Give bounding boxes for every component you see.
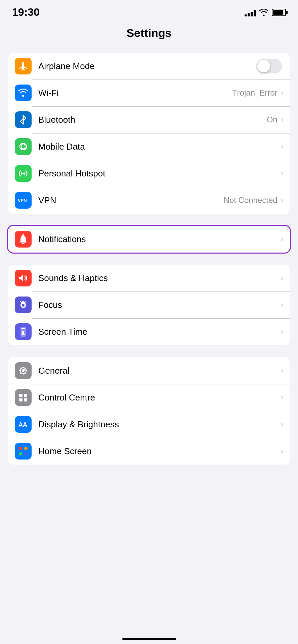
- screen-time-icon: [15, 323, 32, 340]
- mobile-data-icon: [15, 138, 32, 155]
- display-brightness-label: Display & Brightness: [38, 419, 281, 430]
- control-centre-icon: [15, 389, 32, 406]
- battery-icon: [272, 9, 286, 16]
- svg-text:VPN: VPN: [18, 198, 27, 203]
- screen-time-chevron: ›: [281, 327, 283, 336]
- display-brightness-row[interactable]: AA Display & Brightness ›: [8, 411, 290, 438]
- mobile-data-chevron: ›: [281, 142, 283, 151]
- airplane-mode-icon: [15, 58, 32, 74]
- home-screen-row[interactable]: Home Screen ›: [8, 438, 290, 465]
- personal-hotspot-label: Personal Hotspot: [38, 168, 281, 179]
- notifications-label: Notifications: [38, 234, 281, 245]
- svg-rect-12: [19, 394, 23, 397]
- sounds-haptics-label: Sounds & Haptics: [38, 273, 281, 283]
- connectivity-group: Airplane Mode Wi-Fi Trojan_Error › Blue: [8, 53, 290, 214]
- mobile-data-label: Mobile Data: [38, 142, 281, 152]
- svg-rect-7: [22, 328, 25, 329]
- svg-point-5: [22, 304, 25, 307]
- svg-rect-13: [24, 394, 27, 397]
- vpn-icon: VPN: [15, 192, 32, 209]
- svg-point-4: [23, 234, 24, 235]
- svg-text:AA: AA: [18, 421, 27, 428]
- mobile-data-row[interactable]: Mobile Data ›: [8, 133, 290, 160]
- general-label: General: [38, 366, 281, 376]
- notifications-icon: [15, 231, 32, 248]
- personal-hotspot-icon: [15, 165, 32, 182]
- wifi-value: Trojan_Error: [232, 88, 278, 98]
- svg-point-1: [23, 173, 24, 174]
- svg-point-18: [19, 452, 22, 455]
- display-brightness-icon: AA: [15, 416, 32, 433]
- personal-hotspot-chevron: ›: [281, 169, 283, 178]
- wifi-row-icon: [15, 85, 32, 101]
- airplane-mode-row[interactable]: Airplane Mode: [8, 53, 290, 79]
- vpn-chevron: ›: [281, 196, 283, 205]
- bluetooth-chevron: ›: [281, 115, 283, 124]
- svg-point-19: [24, 447, 28, 450]
- vpn-row[interactable]: VPN VPN Not Connected ›: [8, 187, 290, 214]
- svg-rect-9: [22, 334, 25, 335]
- sounds-haptics-chevron: ›: [281, 274, 283, 282]
- focus-label: Focus: [38, 300, 281, 310]
- bluetooth-row[interactable]: Bluetooth On ›: [8, 106, 290, 133]
- svg-point-20: [24, 452, 28, 455]
- svg-rect-3: [20, 241, 27, 243]
- control-centre-chevron: ›: [281, 393, 283, 402]
- svg-point-10: [22, 369, 25, 372]
- notifications-group: Notifications ›: [8, 226, 290, 253]
- wifi-row[interactable]: Wi-Fi Trojan_Error ›: [8, 79, 290, 106]
- signal-icon: [245, 8, 256, 16]
- home-indicator: [122, 638, 176, 640]
- wifi-chevron: ›: [281, 89, 283, 97]
- svg-rect-15: [24, 398, 27, 401]
- bluetooth-row-icon: [15, 111, 32, 128]
- settings-content: Airplane Mode Wi-Fi Trojan_Error › Blue: [0, 45, 298, 503]
- control-centre-label: Control Centre: [38, 392, 281, 403]
- home-screen-chevron: ›: [281, 447, 283, 455]
- general-icon: [15, 362, 32, 379]
- vpn-label: VPN: [38, 195, 224, 206]
- notifications-chevron: ›: [281, 235, 283, 244]
- screen-time-row[interactable]: Screen Time ›: [8, 318, 290, 345]
- airplane-mode-label: Airplane Mode: [38, 61, 256, 71]
- control-centre-row[interactable]: Control Centre ›: [8, 384, 290, 411]
- airplane-mode-toggle[interactable]: [256, 59, 282, 73]
- vpn-value: Not Connected: [224, 196, 278, 205]
- notifications-row[interactable]: Notifications ›: [8, 226, 290, 253]
- home-screen-icon: [15, 443, 32, 460]
- sound-focus-group: Sounds & Haptics › Focus ›: [8, 265, 290, 345]
- svg-rect-14: [19, 398, 23, 401]
- wifi-status-icon: [259, 9, 268, 16]
- page-title-bar: Settings: [0, 22, 298, 45]
- svg-point-17: [19, 447, 22, 450]
- personal-hotspot-row[interactable]: Personal Hotspot ›: [8, 160, 290, 187]
- status-bar: 19:30: [0, 0, 298, 22]
- system-group: General › Control Centre › AA Displa: [8, 357, 290, 465]
- home-screen-label: Home Screen: [38, 446, 281, 457]
- general-chevron: ›: [281, 366, 283, 375]
- wifi-label: Wi-Fi: [38, 88, 232, 98]
- page-title: Settings: [0, 26, 298, 40]
- screen-time-label: Screen Time: [38, 327, 281, 337]
- focus-icon: [15, 297, 32, 313]
- focus-row[interactable]: Focus ›: [8, 291, 290, 318]
- display-brightness-chevron: ›: [281, 420, 283, 429]
- status-time: 19:30: [12, 6, 40, 18]
- sounds-haptics-row[interactable]: Sounds & Haptics ›: [8, 265, 290, 291]
- sounds-haptics-icon: [15, 270, 32, 286]
- bluetooth-label: Bluetooth: [38, 115, 267, 125]
- status-icons: [245, 8, 286, 16]
- general-row[interactable]: General ›: [8, 357, 290, 384]
- bluetooth-value: On: [267, 115, 278, 124]
- focus-chevron: ›: [281, 301, 283, 309]
